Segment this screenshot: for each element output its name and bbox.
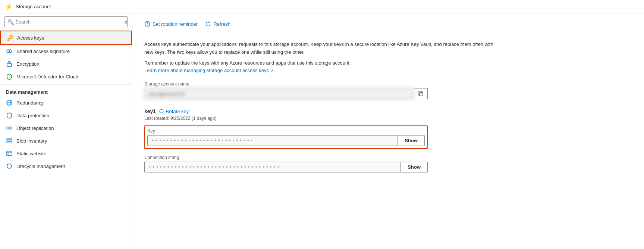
key1-input[interactable]: [147, 135, 398, 146]
refresh-icon: [205, 21, 211, 27]
top-header: ⚡ Storage account: [0, 0, 644, 13]
sidebar-item-static-website[interactable]: Static website: [0, 147, 132, 160]
shared-access-icon: [6, 48, 13, 55]
svg-rect-2: [7, 63, 12, 66]
sidebar-item-label-encryption: Encryption: [16, 61, 39, 67]
sidebar-item-blob-inventory[interactable]: Blob inventory: [0, 134, 132, 147]
sidebar-item-encryption[interactable]: Encryption: [0, 57, 132, 70]
set-rotation-reminder-button[interactable]: Set rotation reminder: [144, 19, 202, 29]
learn-more-link[interactable]: Learn more about managing storage accoun…: [144, 68, 274, 73]
sidebar-item-label-defender: Microsoft Defender for Cloud: [16, 74, 78, 80]
storage-account-name-label: Storage account name: [144, 81, 428, 87]
storage-account-label: Storage account: [16, 4, 51, 9]
sidebar: 🔍 « 🔑 Access keys Shared access signatur…: [0, 13, 132, 249]
sidebar-item-redundancy[interactable]: Redundancy: [0, 96, 132, 109]
toolbar: Set rotation reminder Refresh: [144, 13, 632, 33]
lifecycle-icon: [6, 163, 13, 169]
key-icon: 🔑: [7, 34, 13, 41]
description-block: Access keys authenticate your applicatio…: [144, 41, 502, 75]
sidebar-item-defender[interactable]: Microsoft Defender for Cloud: [0, 70, 132, 83]
refresh-button[interactable]: Refresh: [205, 19, 235, 29]
encryption-icon: [6, 60, 13, 67]
storage-icon: ⚡: [4, 3, 13, 11]
search-input[interactable]: [4, 16, 128, 27]
copy-storage-name-button[interactable]: [414, 88, 428, 99]
defender-icon: [6, 73, 13, 80]
description-line2: Remember to update the keys with any Azu…: [144, 59, 502, 75]
key1-section-header: key1 Rotate key: [144, 108, 428, 114]
content-area: Set rotation reminder Refresh Access key…: [132, 13, 644, 249]
main-layout: 🔍 « 🔑 Access keys Shared access signatur…: [0, 13, 644, 249]
sidebar-item-label-blob-inventory: Blob inventory: [16, 138, 47, 144]
sidebar-item-object-replication[interactable]: Object replication: [0, 122, 132, 134]
key-label: Key: [147, 128, 425, 134]
blob-inventory-icon: [6, 137, 13, 144]
sidebar-item-shared-access-signature[interactable]: Shared access signature: [0, 45, 132, 57]
svg-point-1: [9, 50, 12, 53]
sidebar-item-label-lifecycle: Lifecycle management: [16, 164, 65, 169]
svg-point-7: [10, 127, 12, 129]
static-website-icon: [6, 150, 13, 157]
svg-point-6: [7, 127, 9, 129]
sidebar-item-label-redundancy: Redundancy: [16, 100, 44, 106]
search-box-wrap: 🔍 «: [0, 13, 132, 31]
svg-rect-11: [7, 142, 12, 143]
refresh-label: Refresh: [213, 21, 230, 27]
svg-rect-9: [7, 138, 12, 140]
rotate-key-icon: [159, 109, 164, 114]
set-rotation-label: Set rotation reminder: [153, 21, 198, 27]
sidebar-item-label-access-keys: Access keys: [17, 35, 44, 41]
sidebar-item-label-static-website: Static website: [16, 151, 46, 156]
show-key1-button[interactable]: Show: [398, 135, 425, 146]
connection-string-label: Connection string: [144, 155, 428, 160]
object-replication-icon: [6, 125, 13, 131]
sidebar-item-label-object-replication: Object replication: [16, 125, 54, 131]
svg-rect-14: [7, 153, 9, 155]
sidebar-item-access-keys[interactable]: 🔑 Access keys: [0, 31, 132, 45]
description-line1: Access keys authenticate your applicatio…: [144, 41, 502, 56]
storage-account-name-group: Storage account name: [144, 81, 428, 99]
sidebar-scroll: 🔑 Access keys Shared access signature: [0, 31, 132, 249]
clock-icon: [144, 21, 150, 27]
svg-rect-18: [420, 93, 423, 96]
connection-string-input[interactable]: [144, 162, 401, 172]
rotate-key-label: Rotate key: [166, 109, 189, 114]
sidebar-item-label-data-protection: Data protection: [16, 113, 49, 118]
last-rotated-text: Last rotated: 9/25/2022 (1 days ago): [144, 116, 428, 121]
search-icon: 🔍: [7, 19, 14, 25]
key-field-wrapper: Key Show: [144, 125, 428, 149]
connection-string-group: Connection string Show: [144, 155, 428, 172]
sidebar-item-data-protection[interactable]: Data protection: [0, 109, 132, 122]
svg-rect-12: [7, 151, 12, 156]
storage-account-name-input[interactable]: [144, 88, 414, 99]
external-link-icon: ↗: [270, 68, 274, 73]
redundancy-icon: [6, 99, 13, 106]
key1-name: key1: [144, 108, 156, 114]
sidebar-item-label-shared-access: Shared access signature: [16, 49, 70, 54]
collapse-sidebar-button[interactable]: «: [121, 17, 131, 27]
sidebar-item-lifecycle-management[interactable]: Lifecycle management: [0, 160, 132, 172]
data-management-header: Data management: [0, 84, 132, 96]
show-connection-string-button[interactable]: Show: [401, 162, 428, 172]
copy-icon: [418, 91, 424, 97]
svg-rect-10: [7, 140, 12, 141]
key1-section: key1 Rotate key Last rotated: 9/25/2022 …: [144, 108, 428, 172]
data-protection-icon: [6, 112, 13, 119]
storage-account-name-field-row: [144, 88, 428, 99]
key-field-inner: Show: [147, 135, 425, 146]
connection-string-field-row: Show: [144, 162, 428, 172]
rotate-key1-button[interactable]: Rotate key: [159, 109, 189, 114]
